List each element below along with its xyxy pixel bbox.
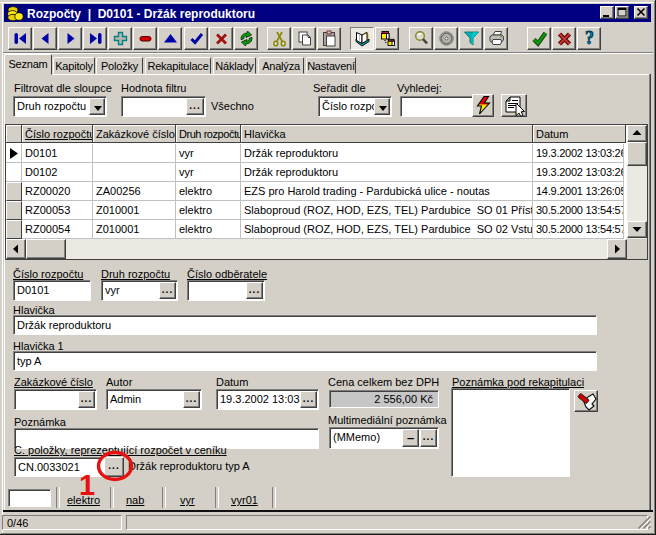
- svg-text:?: ?: [585, 30, 594, 47]
- svg-text:1: 1: [79, 469, 95, 501]
